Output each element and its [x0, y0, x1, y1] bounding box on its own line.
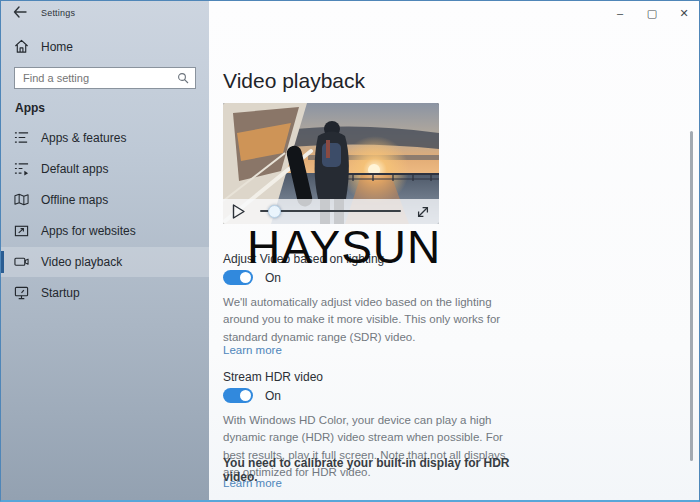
window-controls: – ▢ ✕: [611, 5, 693, 21]
sidebar: Settings Home Apps Apps & features: [1, 1, 209, 500]
sidebar-item-offline-maps[interactable]: Offline maps: [1, 185, 209, 215]
scrollbar-thumb[interactable]: [690, 131, 693, 461]
learn-more-link-hdr[interactable]: Learn more: [223, 477, 282, 489]
page-title: Video playback: [223, 69, 365, 93]
home-icon: [14, 39, 29, 54]
window-title: Settings: [41, 8, 75, 18]
toggle-state-label: On: [265, 389, 281, 403]
toggle-row-adjust-lighting: On: [223, 270, 281, 285]
toggle-knob: [240, 390, 251, 401]
play-button[interactable]: [231, 203, 246, 220]
search-icon[interactable]: [177, 72, 189, 84]
sidebar-item-label: Video playback: [41, 255, 122, 269]
settings-window: Settings Home Apps Apps & features: [0, 0, 700, 502]
seek-slider[interactable]: [260, 199, 401, 224]
maximize-button[interactable]: ▢: [643, 5, 661, 21]
player-controls: [223, 199, 439, 224]
stream-hdr-toggle[interactable]: [223, 388, 253, 403]
sidebar-section-header: Apps: [15, 101, 45, 115]
titlebar: Settings: [1, 1, 209, 31]
sidebar-item-startup[interactable]: Startup: [1, 278, 209, 308]
search-box: [14, 67, 196, 89]
video-preview[interactable]: [223, 103, 439, 224]
close-button[interactable]: ✕: [675, 5, 693, 21]
default-apps-icon: [14, 161, 29, 176]
sidebar-item-apps-for-websites[interactable]: Apps for websites: [1, 216, 209, 246]
sidebar-item-label: Apps & features: [41, 131, 126, 145]
toggle-state-label: On: [265, 271, 281, 285]
sidebar-item-label: Offline maps: [41, 193, 108, 207]
fullscreen-icon[interactable]: [415, 204, 431, 220]
apps-for-websites-icon: [14, 223, 29, 238]
sidebar-item-label: Home: [41, 40, 73, 54]
sidebar-item-video-playback[interactable]: Video playback: [1, 247, 209, 277]
toggle-row-stream-hdr: On: [223, 388, 281, 403]
sidebar-item-home[interactable]: Home: [1, 34, 209, 62]
sidebar-item-default-apps[interactable]: Default apps: [1, 154, 209, 184]
sidebar-item-apps-features[interactable]: Apps & features: [1, 123, 209, 153]
setting-label-stream-hdr: Stream HDR video: [223, 370, 323, 384]
sidebar-item-label: Startup: [41, 286, 80, 300]
video-playback-icon: [14, 254, 29, 269]
apps-features-icon: [14, 130, 29, 145]
setting-description: We'll automatically adjust video based o…: [223, 294, 515, 346]
seek-thumb[interactable]: [268, 205, 281, 218]
search-input[interactable]: [15, 72, 177, 84]
back-button[interactable]: [13, 6, 27, 18]
offline-maps-icon: [14, 192, 29, 207]
sidebar-item-label: Default apps: [41, 162, 108, 176]
toggle-knob: [240, 272, 251, 283]
main-content: – ▢ ✕ Video playback: [209, 1, 700, 500]
startup-icon: [14, 285, 29, 300]
learn-more-link-sdr[interactable]: Learn more: [223, 344, 282, 356]
seek-track: [260, 210, 401, 212]
setting-label-adjust-lighting: Adjust Video based on lighting: [223, 252, 384, 266]
adjust-lighting-toggle[interactable]: [223, 270, 253, 285]
minimize-button[interactable]: –: [611, 5, 629, 21]
sidebar-item-label: Apps for websites: [41, 224, 136, 238]
